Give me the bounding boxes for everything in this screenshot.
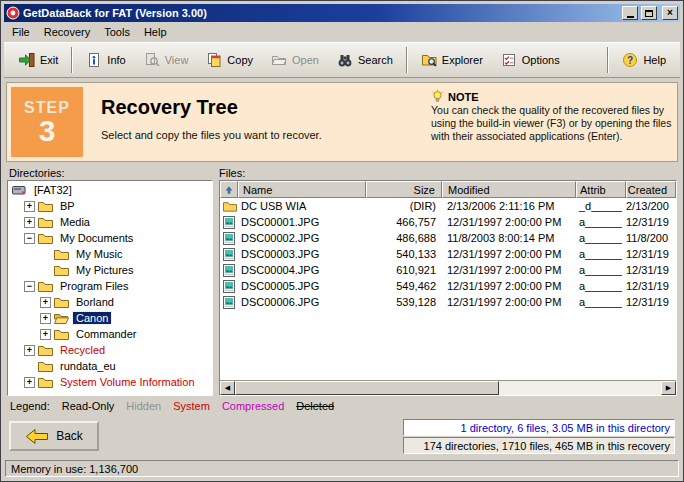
folder-icon bbox=[54, 264, 69, 276]
options-button[interactable]: Options bbox=[492, 46, 569, 74]
pane-labels: Directories: Files: bbox=[4, 164, 680, 179]
file-row[interactable]: DSC00002.JPG 486,688 11/8/2003 8:00:14 P… bbox=[220, 230, 676, 246]
image-file-icon bbox=[223, 280, 235, 293]
close-button[interactable]: × bbox=[662, 6, 678, 20]
file-row[interactable]: DC USB WIA (DIR) 2/13/2006 2:11:16 PM _d… bbox=[220, 198, 676, 214]
file-row[interactable]: DSC00005.JPG 549,462 12/31/1997 2:00:00 … bbox=[220, 278, 676, 294]
tree-item[interactable]: System Volume Information bbox=[8, 374, 212, 390]
toolbar-button-label: Copy bbox=[227, 54, 253, 66]
column-header-size[interactable]: Size bbox=[366, 181, 442, 198]
folder-icon bbox=[38, 216, 53, 228]
column-header-attrib[interactable]: Attrib bbox=[576, 181, 626, 198]
maximize-button[interactable] bbox=[641, 6, 657, 20]
exit-button[interactable]: Exit bbox=[9, 46, 67, 74]
tree-item[interactable]: Program Files bbox=[8, 278, 212, 294]
file-icon bbox=[223, 216, 237, 229]
tree-expander-icon[interactable] bbox=[24, 201, 35, 212]
tree-expander-icon[interactable] bbox=[24, 233, 35, 244]
column-header-created[interactable]: Created bbox=[626, 181, 676, 198]
file-modified: 12/31/1997 2:00:00 PM bbox=[442, 296, 576, 308]
file-name-cell: DSC00006.JPG bbox=[220, 296, 366, 309]
tree-expander-icon[interactable] bbox=[24, 345, 35, 356]
tree-item-icon bbox=[38, 344, 54, 357]
tree-item-label: Recycled bbox=[57, 344, 108, 356]
folder-icon bbox=[54, 328, 69, 340]
file-name: DSC00003.JPG bbox=[241, 248, 319, 260]
tree-expander-icon[interactable] bbox=[24, 217, 35, 228]
legend-item: System bbox=[173, 400, 210, 412]
tree-item-icon bbox=[54, 312, 70, 325]
file-row[interactable]: DSC00001.JPG 466,757 12/31/1997 2:00:00 … bbox=[220, 214, 676, 230]
note-panel: NOTE You can check the quality of the re… bbox=[431, 90, 679, 143]
info-button[interactable]: Info bbox=[77, 46, 134, 74]
menu-item[interactable]: Recovery bbox=[37, 24, 97, 40]
help-button[interactable]: ? Help bbox=[613, 46, 675, 74]
tree-item-icon bbox=[54, 328, 70, 341]
tree-item[interactable]: Media bbox=[8, 214, 212, 230]
menu-item[interactable]: Help bbox=[137, 24, 174, 40]
scrollbar-thumb[interactable] bbox=[235, 381, 499, 395]
tree-item[interactable]: [FAT32] bbox=[8, 182, 212, 198]
footer-row: Back 1 directory, 6 files, 3.05 MB in th… bbox=[4, 414, 680, 458]
open-button[interactable]: Open bbox=[262, 46, 328, 74]
tree-expander-icon[interactable] bbox=[24, 377, 35, 388]
tree-item-label: Canon bbox=[73, 312, 111, 324]
note-text: You can check the quality of the recover… bbox=[431, 104, 679, 143]
tree-item[interactable]: My Documents bbox=[8, 230, 212, 246]
sort-ascending-icon[interactable] bbox=[220, 181, 238, 198]
horizontal-scrollbar[interactable]: ◀ ▶ bbox=[220, 380, 676, 395]
legend-item: Compressed bbox=[222, 400, 284, 412]
explorer-button[interactable]: Explorer bbox=[412, 46, 492, 74]
file-attrib: a______ bbox=[576, 264, 626, 276]
tree-item[interactable]: Borland bbox=[8, 294, 212, 310]
file-modified: 2/13/2006 2:11:16 PM bbox=[442, 200, 576, 212]
directory-summary: 1 directory, 6 files, 3.05 MB in this di… bbox=[403, 419, 675, 436]
file-modified: 12/31/1997 2:00:00 PM bbox=[442, 264, 576, 276]
folder-icon bbox=[38, 360, 53, 372]
tree-item[interactable]: Recycled bbox=[8, 342, 212, 358]
image-file-icon bbox=[223, 296, 235, 309]
file-modified: 11/8/2003 8:00:14 PM bbox=[442, 232, 576, 244]
tree-item-label: My Pictures bbox=[73, 264, 136, 276]
folder-icon bbox=[38, 232, 53, 244]
scroll-left-button[interactable]: ◀ bbox=[220, 381, 235, 395]
file-row[interactable]: DSC00004.JPG 610,921 12/31/1997 2:00:00 … bbox=[220, 262, 676, 278]
explorer-icon bbox=[421, 52, 437, 68]
tree-item[interactable]: rundata_eu bbox=[8, 358, 212, 374]
file-created: 12/31/19 bbox=[626, 216, 676, 228]
page-subtitle: Select and copy the files you want to re… bbox=[101, 129, 322, 141]
column-header-modified[interactable]: Modified bbox=[442, 181, 576, 198]
column-header-name[interactable]: Name bbox=[238, 181, 366, 198]
file-attrib: a______ bbox=[576, 232, 626, 244]
toolbar-button-label: Options bbox=[522, 54, 560, 66]
tree-item[interactable]: Commander bbox=[8, 326, 212, 342]
tree-item-icon bbox=[38, 280, 54, 293]
tree-expander-icon[interactable] bbox=[40, 329, 51, 340]
view-button[interactable]: View bbox=[135, 46, 198, 74]
file-row[interactable]: DSC00006.JPG 539,128 12/31/1997 2:00:00 … bbox=[220, 294, 676, 310]
tree-expander-icon[interactable] bbox=[40, 297, 51, 308]
file-name-cell: DSC00001.JPG bbox=[220, 216, 366, 229]
file-name-cell: DC USB WIA bbox=[220, 200, 366, 213]
tree-item[interactable]: My Music bbox=[8, 246, 212, 262]
back-button[interactable]: Back bbox=[9, 421, 99, 451]
search-button[interactable]: Search bbox=[328, 46, 402, 74]
svg-text:?: ? bbox=[627, 55, 633, 66]
tree-item[interactable]: My Pictures bbox=[8, 262, 212, 278]
tree-item-icon bbox=[54, 264, 70, 277]
menu-item[interactable]: Tools bbox=[97, 24, 137, 40]
copy-button[interactable]: Copy bbox=[197, 46, 262, 74]
tree-expander-icon[interactable] bbox=[40, 313, 51, 324]
file-icon bbox=[223, 232, 237, 245]
file-row[interactable]: DSC00003.JPG 540,133 12/31/1997 2:00:00 … bbox=[220, 246, 676, 262]
menu-item[interactable]: File bbox=[5, 24, 37, 40]
image-file-icon bbox=[223, 216, 235, 229]
tree-item[interactable]: BP bbox=[8, 198, 212, 214]
minimize-button[interactable] bbox=[622, 6, 638, 20]
tree-item[interactable]: Canon bbox=[8, 310, 212, 326]
search-icon bbox=[337, 52, 353, 68]
toolbar-button-label: View bbox=[165, 54, 189, 66]
tree-expander-icon[interactable] bbox=[24, 281, 35, 292]
scrollbar-track[interactable] bbox=[235, 381, 661, 395]
scroll-right-button[interactable]: ▶ bbox=[661, 381, 676, 395]
